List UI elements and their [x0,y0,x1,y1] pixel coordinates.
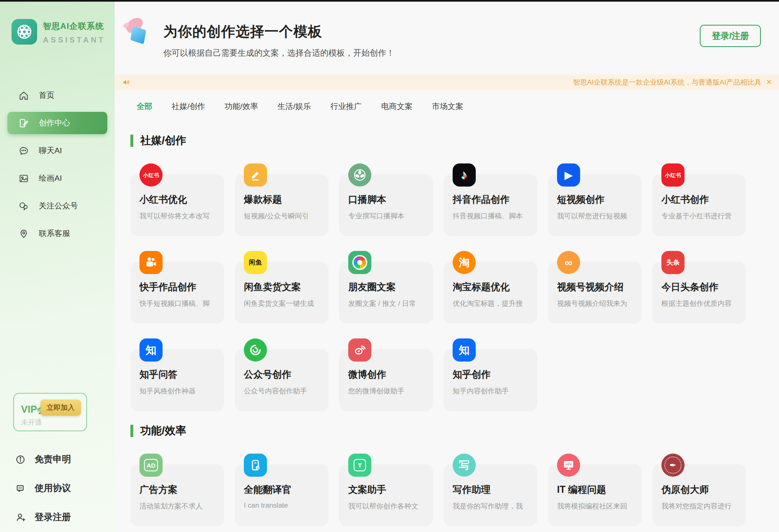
sidebar-footer-label: 登录注册 [35,511,71,523]
section-title: 社媒/创作 [140,133,186,148]
template-card[interactable]: 口播脚本 专业撰写口播脚本 [339,174,433,236]
knot-logo-icon [12,19,37,45]
template-card[interactable]: 微博创作 您的微博创做助手 [339,349,433,411]
card-description: 我将对您指定内容进行 [661,501,737,511]
card-description: 我将模拟编程社区来回 [557,501,633,511]
xiaohongshu-icon: 小红书 [139,163,163,187]
section-title: 功能/效率 [140,423,186,438]
announcement-bar: 智思AI企联系统是一款企业级AI系统，与普通版AI产品相比具 × [115,74,779,90]
location-pin-icon [18,228,29,239]
close-icon[interactable]: × [766,78,772,87]
card-description: 抖音视频口播稿、脚本 [453,211,528,221]
chat-icon [18,145,29,156]
home-icon [18,90,29,101]
template-card[interactable]: 公众号创作 公众号内容创作助手 [235,349,328,411]
sidebar-footer-label: 免责申明 [35,453,71,466]
template-card[interactable]: 写 写作助理 我是你的写作助理，我 [444,464,537,526]
card-description: 快手短视频口播稿、脚 [139,299,215,308]
page-title: 为你的创作选择一个模板 [163,22,779,41]
sidebar-item-label: 聊天AI [39,145,62,156]
template-section: 功能/效率 AD 广告方案 活动策划方案不求人 译 全能翻译官 I can tr… [130,423,779,526]
tab-社媒/创作[interactable]: 社媒/创作 [172,101,205,112]
template-sections: 社媒/创作 小红书 小红书优化 我可以帮你将文本改写 爆款标题 短视频/公众号瞬… [115,133,779,526]
template-card[interactable]: 快手作品创作 快手短视频口播稿、脚 [130,262,224,324]
template-card[interactable]: 小红书 小红书创作 专业基于小红书进行营 [652,174,746,236]
window-top-edge [0,0,779,2]
writing-icon: 写 [453,454,476,477]
sidebar-item-contact-support[interactable]: 联系客服 [7,222,107,245]
wechat-official-icon [244,338,267,362]
card-description: 发圈文案 / 推文 / 日常 [348,299,424,308]
edit-icon [18,118,29,129]
card-description: 您的微博创做助手 [348,386,424,396]
sidebar-item-login-register[interactable]: 登录注册 [15,511,71,523]
info-icon [15,454,26,465]
svg-text:译: 译 [256,467,259,470]
sidebar-item-chat-ai[interactable]: 聊天AI [7,140,107,162]
template-card[interactable]: ▶ 短视频创作 我可以帮您进行短视频 [548,174,642,236]
template-card[interactable]: 译 全能翻译官 I can translate [235,464,328,526]
section-accent-bar [130,135,133,147]
kuaishou-icon [139,251,163,274]
toutiao-icon: 头条 [661,251,685,274]
template-card[interactable]: AD 广告方案 活动策划方案不求人 [130,464,224,526]
sidebar-item-label: 绘画AI [39,173,62,184]
sidebar-item-label: 关注公众号 [39,201,78,211]
card-description: 我是你的写作助理，我 [453,501,528,511]
card-description: 知乎风格创作神器 [139,386,215,396]
play-icon: ▶ [557,163,580,187]
card-description: 活动策划方案不求人 [139,501,215,511]
tab-电商文案[interactable]: 电商文案 [381,101,413,112]
tab-行业推广[interactable]: 行业推广 [330,101,362,112]
sidebar-footer: 免责申明 使用协议 登录注册 [15,453,71,523]
card-description: 根据主题创作优质内容 [661,299,737,308]
template-card[interactable]: 淘 淘宝标题优化 优化淘宝标题，提升搜 [444,262,537,324]
card-description: 我可以帮你创作各种文 [348,501,424,511]
template-card[interactable]: 知 知乎创作 知乎内容创作助手 [444,349,537,411]
sidebar-item-follow-official-account[interactable]: 关注公众号 [7,195,107,217]
sidebar-item-creation-center[interactable]: 创作中心 [7,112,107,134]
channels-icon: ∞ [557,251,580,274]
template-card[interactable]: T 文案助手 我可以帮你创作各种文 [339,464,433,526]
sidebar-item-disclaimer[interactable]: 免责申明 [15,453,71,466]
vip-join-button[interactable]: 立即加入 [40,400,81,416]
sidebar-item-label: 首页 [39,90,54,101]
sidebar-item-drawing-ai[interactable]: 绘画AI [7,167,107,189]
tab-市场文案[interactable]: 市场文案 [432,101,463,112]
translator-phone-icon: 译 [244,454,267,477]
sidebar-item-terms[interactable]: 使用协议 [15,482,71,494]
agreement-icon [15,483,26,494]
template-card[interactable]: ♪ 抖音作品创作 抖音视频口播稿、脚本 [444,174,537,236]
template-card[interactable]: ✒ 伪原创大师 我将对您指定内容进行 [652,464,746,526]
card-description: 公众号内容创作助手 [244,386,319,396]
weibo-icon [348,338,371,362]
sidebar-item-label: 创作中心 [39,118,70,128]
card-description: 视频号视频介绍我来为 [557,299,633,308]
leaf-script-icon [348,163,371,187]
sidebar-item-home[interactable]: 首页 [7,84,107,106]
category-tabs: 全部社媒/创作功能/效率生活/娱乐行业推广电商文案市场文案 [137,101,779,112]
template-card[interactable]: ∞ 视频号视频介绍 视频号视频介绍我来为 [548,262,642,324]
taobao-icon: 淘 [453,251,476,274]
tab-全部[interactable]: 全部 [137,101,152,112]
xiaohongshu-icon: 小红书 [661,163,685,187]
template-card[interactable]: 朋友圈文案 发圈文案 / 推文 / 日常 [339,262,433,324]
template-card[interactable]: 头条 今日头条创作 根据主题创作优质内容 [652,262,746,324]
sidebar-nav: 首页 创作中心 聊天AI 绘画AI 关注公众号 联系客服 [0,84,115,245]
svg-text:</>: </> [566,462,571,466]
section-accent-bar [130,425,133,437]
template-card[interactable]: 小红书 小红书优化 我可以帮你将文本改写 [130,174,224,236]
template-card[interactable]: 知 知乎问答 知乎风格创作神器 [130,349,224,411]
xianyu-icon: 闲鱼 [244,251,267,274]
card-description: 优化淘宝标题，提升搜 [453,299,528,308]
template-card[interactable]: </> IT 编程问题 我将模拟编程社区来回 [548,464,642,526]
template-card[interactable]: 爆款标题 短视频/公众号瞬间引 [235,174,328,236]
user-add-icon [15,512,26,523]
template-card[interactable]: 闲鱼 闲鱼卖货文案 闲鱼卖货文案一键生成 [235,262,328,324]
tab-生活/娱乐[interactable]: 生活/娱乐 [278,101,311,112]
section-header: 功能/效率 [130,423,779,438]
login-register-button[interactable]: 登录/注册 [700,25,761,47]
tab-功能/效率[interactable]: 功能/效率 [224,101,258,112]
card-description: 知乎内容创作助手 [453,386,528,396]
zhihu-icon: 知 [139,338,163,362]
